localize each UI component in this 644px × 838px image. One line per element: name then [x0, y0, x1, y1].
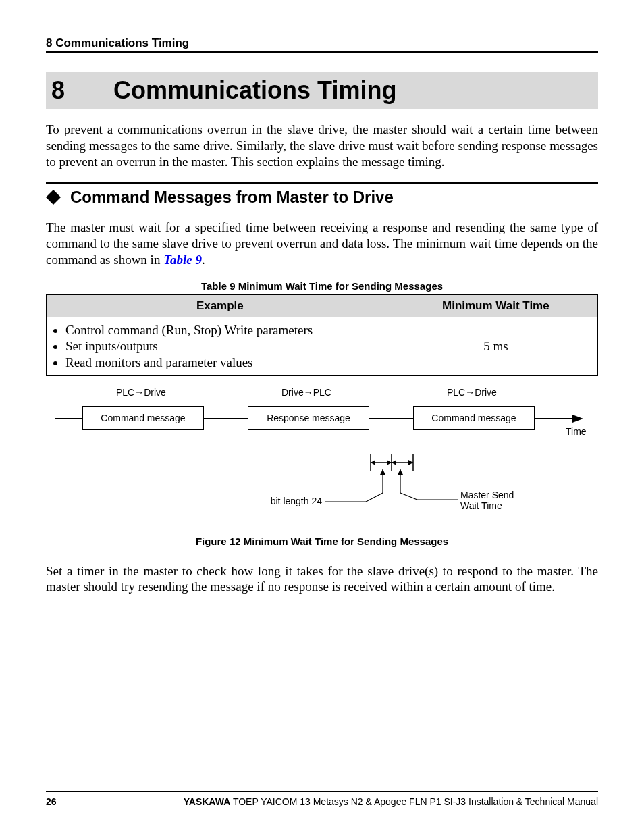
page-number: 26	[46, 796, 57, 807]
page: 8 Communications Timing 8 Communications…	[0, 0, 644, 838]
baseline-seg	[535, 418, 575, 419]
td-example: Control command (Run, Stop) Write parame…	[47, 317, 394, 375]
baseline-seg	[369, 418, 413, 419]
figure12-caption: Figure 12 Minimum Wait Time for Sending …	[46, 535, 598, 547]
baseline-seg	[55, 418, 82, 419]
baseline-seg	[204, 418, 248, 419]
section-title-bar: 8 Communications Timing	[46, 72, 598, 109]
list-item: Read monitors and parameter values	[65, 355, 387, 370]
leader-left	[325, 469, 386, 505]
diagram-box-command-2: Command message	[413, 406, 535, 430]
td-minwait: 5 ms	[394, 317, 597, 375]
subsection-title: Command Messages from Master to Drive	[70, 188, 394, 207]
svg-line-13	[366, 493, 383, 502]
list-item: Set inputs/outputs	[65, 339, 387, 354]
svg-marker-9	[392, 460, 396, 465]
doc-id: YASKAWA TOEP YAICOM 13 Metasys N2 & Apog…	[184, 796, 598, 807]
timing-diagram: PLC→Drive Drive→PLC PLC→Drive Time Comma…	[55, 387, 589, 522]
example-list: Control command (Run, Stop) Write parame…	[53, 323, 387, 370]
list-item: Control command (Run, Stop) Write parame…	[65, 323, 387, 338]
svg-marker-1	[572, 415, 583, 423]
diagram-box-response: Response message	[248, 406, 369, 430]
svg-marker-6	[371, 460, 375, 465]
svg-line-17	[400, 493, 417, 500]
diamond-icon	[46, 190, 61, 205]
section-number: 8	[51, 76, 65, 105]
diagram-anno-master-wait: Master Send Wait Time	[460, 490, 514, 513]
svg-marker-0	[46, 190, 61, 205]
table-row: Control command (Run, Stop) Write parame…	[47, 317, 598, 375]
subsection-head: Command Messages from Master to Drive	[46, 188, 598, 207]
section-title: Communications Timing	[113, 76, 396, 105]
diagram-label-plc-drive-2: PLC→Drive	[447, 387, 497, 398]
svg-marker-7	[387, 460, 392, 465]
timeline-arrow-icon	[572, 414, 583, 425]
diagram-label-plc-drive-1: PLC→Drive	[116, 387, 166, 398]
th-minwait: Minimum Wait Time	[394, 294, 597, 317]
table9-caption: Table 9 Minimum Wait Time for Sending Me…	[46, 280, 598, 292]
table9-link[interactable]: Table 9	[163, 253, 202, 267]
table-header-row: Example Minimum Wait Time	[47, 294, 598, 317]
running-head: 8 Communications Timing	[46, 36, 598, 53]
diagram-label-drive-plc: Drive→PLC	[281, 387, 331, 398]
table9: Example Minimum Wait Time Control comman…	[46, 294, 598, 376]
page-footer: 26 YASKAWA TOEP YAICOM 13 Metasys N2 & A…	[46, 791, 598, 807]
doc-title: TOEP YAICOM 13 Metasys N2 & Apogee FLN P…	[230, 796, 598, 807]
diagram-box-command-1: Command message	[82, 406, 204, 430]
para-after-link: .	[202, 253, 205, 267]
diagram-time-label: Time	[566, 426, 587, 437]
section-intro: To prevent a communications overrun in t…	[46, 122, 598, 169]
th-example: Example	[47, 294, 394, 317]
doc-brand: YASKAWA	[184, 796, 231, 807]
svg-marker-16	[398, 469, 403, 475]
closing-para: Set a timer in the master to check how l…	[46, 563, 598, 596]
svg-marker-12	[380, 469, 385, 475]
subsection-rule	[46, 182, 598, 184]
subsection-para: The master must wait for a specified tim…	[46, 219, 598, 267]
leader-right	[397, 469, 458, 505]
svg-marker-10	[408, 460, 413, 465]
para-before-link: The master must wait for a specified tim…	[46, 220, 598, 267]
